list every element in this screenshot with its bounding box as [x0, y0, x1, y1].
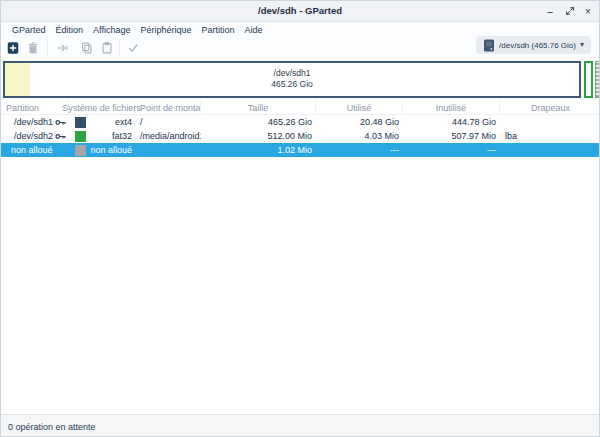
toolbar: /dev/sdh (465.76 Gio) ▾: [1, 37, 599, 60]
toolbar-separator: [47, 41, 48, 55]
paste-icon[interactable]: [99, 40, 115, 56]
chevron-down-icon: ▾: [580, 41, 584, 49]
delete-partition-icon[interactable]: [25, 40, 41, 56]
partition-block-size: 465.26 Gio: [5, 79, 579, 90]
menu-gparted[interactable]: GParted: [7, 25, 51, 35]
menu-aide[interactable]: Aide: [240, 25, 268, 35]
filesystem-cell: non alloué: [69, 143, 135, 157]
header-unused[interactable]: Inutilisé: [403, 101, 500, 114]
menubar: GParted Édition Affichage Périphérique P…: [1, 22, 599, 37]
unused-cell: 507.97 Mio: [403, 129, 500, 143]
menu-peripherique[interactable]: Périphérique: [135, 25, 196, 35]
device-selector-label: /dev/sdh (465.76 Gio): [499, 41, 576, 50]
used-cell: ---: [316, 143, 403, 157]
header-partition[interactable]: Partition: [1, 101, 69, 114]
unused-cell: ---: [403, 143, 500, 157]
statusbar: 0 opération en attente: [1, 414, 599, 437]
size-cell: 465.26 Gio: [201, 115, 316, 129]
filesystem-name: ext4: [115, 117, 135, 127]
menu-affichage[interactable]: Affichage: [88, 25, 135, 35]
used-cell: 4.03 Mio: [316, 129, 403, 143]
drive-icon: [483, 39, 495, 52]
partition-block-unallocated[interactable]: [595, 61, 600, 98]
new-partition-button[interactable]: [5, 40, 21, 56]
filesystem-cell: ext4: [69, 115, 135, 129]
minimize-button[interactable]: –: [541, 1, 559, 21]
table-row[interactable]: /dev/sdh2 fat32 /media/android1... 512.0…: [1, 129, 599, 143]
resize-move-icon[interactable]: [55, 40, 71, 56]
titlebar: /dev/sdh - GParted – ×: [1, 1, 599, 22]
partition-table: Partition Système de fichiers Point de m…: [1, 101, 599, 157]
window-title: /dev/sdh - GParted: [1, 1, 599, 21]
partition-cell: /dev/sdh1: [1, 115, 69, 129]
mountpoint-cell: [135, 143, 201, 157]
mountpoint-cell: /: [135, 115, 201, 129]
filesystem-name: fat32: [112, 131, 135, 141]
device-visual-bar: /dev/sdh1 465.26 Gio: [1, 59, 599, 100]
copy-icon[interactable]: [79, 40, 95, 56]
partition-block-name: /dev/sdh1: [5, 68, 579, 79]
header-flags[interactable]: Drapeaux: [500, 101, 600, 114]
gparted-window: /dev/sdh - GParted – × GParted Édition A…: [0, 0, 600, 437]
partition-block-sdh1[interactable]: /dev/sdh1 465.26 Gio: [3, 61, 581, 98]
filesystem-cell: fat32: [69, 129, 135, 143]
table-row-selected[interactable]: non alloué non alloué 1.02 Mio --- ---: [1, 143, 599, 157]
filesystem-color-swatch: [75, 131, 86, 142]
unused-cell: 444.78 Gio: [403, 115, 500, 129]
header-filesystem[interactable]: Système de fichiers: [69, 101, 135, 114]
table-row[interactable]: /dev/sdh1 ext4 / 465.26 Gio 20.48 Gio 44…: [1, 115, 599, 129]
key-icon: [55, 132, 66, 141]
pending-operations-label: 0 opération en attente: [8, 422, 96, 432]
size-cell: 1.02 Mio: [201, 143, 316, 157]
partition-name: /dev/sdh1: [14, 117, 53, 127]
close-button[interactable]: ×: [579, 1, 597, 21]
flags-cell: [500, 143, 600, 157]
filesystem-color-swatch: [75, 145, 86, 156]
flags-cell: [500, 115, 600, 129]
partition-block-label: /dev/sdh1 465.26 Gio: [5, 68, 579, 90]
size-cell: 512.00 Mio: [201, 129, 316, 143]
used-cell: 20.48 Gio: [316, 115, 403, 129]
header-mountpoint[interactable]: Point de montage: [135, 101, 201, 114]
header-size[interactable]: Taille: [201, 101, 316, 114]
menu-edition[interactable]: Édition: [51, 25, 89, 35]
partition-cell: non alloué: [1, 143, 69, 157]
restore-icon[interactable]: [561, 1, 579, 21]
partition-name: /dev/sdh2: [14, 131, 53, 141]
apply-check-icon[interactable]: [125, 40, 141, 56]
partition-block-sdh2[interactable]: [584, 61, 593, 98]
menu-partition[interactable]: Partition: [196, 25, 239, 35]
mountpoint-cell: /media/android1...: [135, 129, 201, 143]
partition-cell: /dev/sdh2: [1, 129, 69, 143]
toolbar-separator: [119, 41, 120, 55]
header-used[interactable]: Utilisé: [316, 101, 403, 114]
flags-cell: lba: [500, 129, 600, 143]
filesystem-name: non alloué: [90, 145, 135, 155]
device-selector[interactable]: /dev/sdh (465.76 Gio) ▾: [476, 36, 591, 54]
key-icon: [55, 118, 66, 127]
table-header-row: Partition Système de fichiers Point de m…: [1, 101, 599, 115]
filesystem-color-swatch: [75, 117, 86, 128]
partition-name: non alloué: [11, 145, 53, 155]
